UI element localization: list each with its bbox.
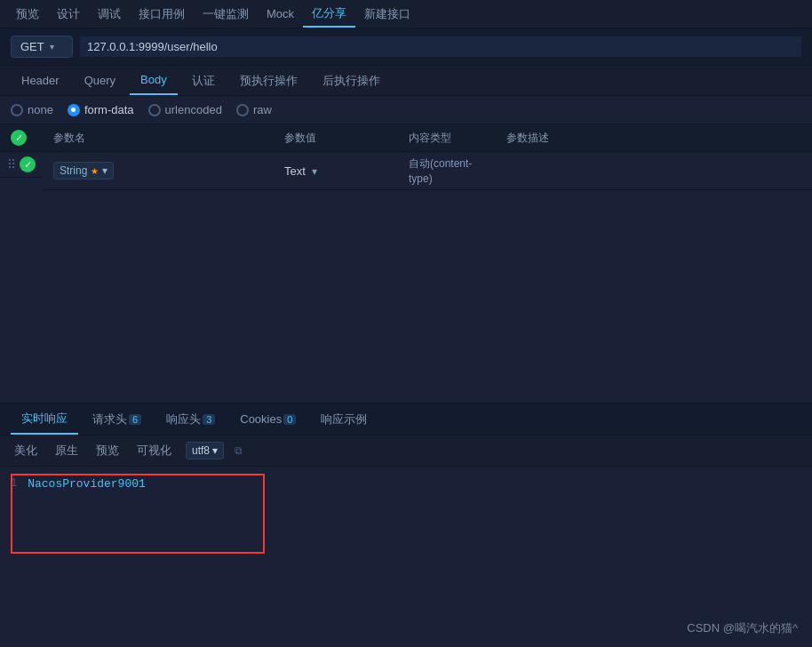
value-type-label: ▾	[312, 165, 317, 178]
empty-content-area	[0, 190, 812, 403]
body-type-options: none form-data urlencoded raw	[0, 96, 812, 124]
view-visual[interactable]: 可视化	[133, 441, 175, 460]
radio-urlencoded-circle	[148, 104, 161, 116]
response-tab-examples[interactable]: 响应示例	[310, 403, 378, 435]
row-value-cell[interactable]: Text ▾	[274, 152, 398, 190]
radio-none[interactable]: none	[11, 103, 53, 116]
radio-raw[interactable]: raw	[236, 103, 272, 116]
tab-header[interactable]: Header	[11, 66, 70, 95]
col-header-value: 参数值	[274, 124, 398, 152]
response-content-wrapper: 1 NacosProvider9001	[11, 474, 801, 563]
watermark: CSDN @喝汽水的猫^	[687, 620, 798, 636]
radio-form-data-circle	[68, 104, 80, 116]
type-badge[interactable]: String ★ ▾	[53, 162, 114, 180]
value-type-select[interactable]: ▾	[312, 165, 317, 178]
response-headers-badge: 3	[203, 414, 215, 425]
copy-icon[interactable]: ⧉	[235, 444, 243, 457]
line-number-1: 1	[11, 477, 17, 490]
response-tab-cookies[interactable]: Cookies0	[229, 403, 306, 435]
response-tab-request-headers[interactable]: 请求头6	[82, 403, 152, 435]
radio-form-data-label: form-data	[84, 103, 134, 116]
url-input[interactable]	[80, 36, 801, 57]
method-dropdown-arrow: ▾	[50, 42, 54, 52]
response-section: 实时响应 请求头6 响应头3 Cookies0 响应示例 美化 原生 预览 可视…	[0, 403, 812, 570]
nav-monitor[interactable]: 一键监测	[194, 0, 258, 28]
row-value: Text	[284, 164, 306, 178]
auto-content-type-label: 自动(content-type)	[409, 157, 472, 185]
request-headers-badge: 6	[129, 414, 141, 425]
response-tab-response-headers[interactable]: 响应头3	[155, 403, 226, 435]
params-table: ✓ 参数名 参数值 内容类型 参数描述 ⠿ ✓ String ★ ▾ Text	[0, 124, 812, 190]
radio-raw-label: raw	[253, 103, 272, 116]
view-raw[interactable]: 原生	[52, 441, 82, 460]
response-value-1: NacosProvider9001	[28, 477, 146, 491]
view-beautify[interactable]: 美化	[11, 441, 41, 460]
col-header-desc: 参数描述	[496, 124, 812, 152]
type-dropdown-arrow: ▾	[102, 164, 107, 177]
table-row: ⠿ ✓ String ★ ▾ Text ▾ 自动(content-type)	[0, 152, 812, 190]
response-content-area: 1 NacosProvider9001	[0, 467, 812, 570]
drag-handle-icon[interactable]: ⠿	[7, 157, 16, 172]
col-header-name: 参数名	[43, 124, 274, 152]
col-header-type: 内容类型	[398, 124, 496, 152]
response-line-1: 1 NacosProvider9001	[11, 474, 801, 494]
method-dropdown[interactable]: GET ▾	[11, 36, 73, 58]
tab-query[interactable]: Query	[74, 66, 126, 95]
cookies-badge: 0	[283, 414, 296, 425]
radio-raw-circle	[236, 104, 249, 116]
nav-share[interactable]: 亿分享	[303, 0, 355, 28]
tab-body[interactable]: Body	[130, 66, 178, 95]
radio-urlencoded[interactable]: urlencoded	[148, 103, 222, 116]
row-check-icon[interactable]: ✓	[20, 156, 36, 172]
nav-debug[interactable]: 调试	[89, 0, 130, 28]
row-drag-check: ⠿ ✓	[0, 152, 43, 178]
row-content-type-cell: 自动(content-type)	[398, 152, 496, 190]
nav-new-api[interactable]: 新建接口	[355, 0, 419, 28]
tab-auth[interactable]: 认证	[181, 66, 226, 95]
nav-design[interactable]: 设计	[48, 0, 89, 28]
header-check-icon[interactable]: ✓	[11, 130, 27, 146]
nav-api-examples[interactable]: 接口用例	[130, 0, 194, 28]
encoding-dropdown[interactable]: utf8 ▾	[186, 442, 224, 459]
radio-none-circle	[11, 104, 23, 116]
radio-form-data[interactable]: form-data	[68, 103, 134, 116]
type-label: String	[60, 164, 87, 177]
row-desc-cell[interactable]	[496, 152, 812, 190]
request-tabs: Header Query Body 认证 预执行操作 后执行操作	[0, 66, 812, 96]
url-bar: GET ▾	[0, 28, 812, 66]
radio-none-label: none	[28, 103, 53, 116]
radio-urlencoded-label: urlencoded	[165, 103, 222, 116]
response-tabs: 实时响应 请求头6 响应头3 Cookies0 响应示例	[0, 403, 812, 435]
view-options-bar: 美化 原生 预览 可视化 utf8 ▾ ⧉	[0, 435, 812, 467]
view-preview[interactable]: 预览	[92, 441, 123, 460]
encoding-arrow-icon: ▾	[212, 444, 218, 457]
col-header-check: ✓	[0, 124, 43, 152]
top-navigation: 预览 设计 调试 接口用例 一键监测 Mock 亿分享 新建接口	[0, 0, 812, 28]
row-name-cell: String ★ ▾	[43, 152, 274, 190]
tab-post-exec[interactable]: 后执行操作	[312, 66, 391, 95]
required-star-icon: ★	[91, 166, 99, 176]
method-label: GET	[20, 40, 44, 53]
nav-mock[interactable]: Mock	[258, 0, 303, 28]
encoding-label: utf8	[192, 444, 210, 457]
nav-preview[interactable]: 预览	[7, 0, 48, 28]
tab-pre-exec[interactable]: 预执行操作	[229, 66, 308, 95]
response-tab-realtime[interactable]: 实时响应	[11, 403, 78, 435]
